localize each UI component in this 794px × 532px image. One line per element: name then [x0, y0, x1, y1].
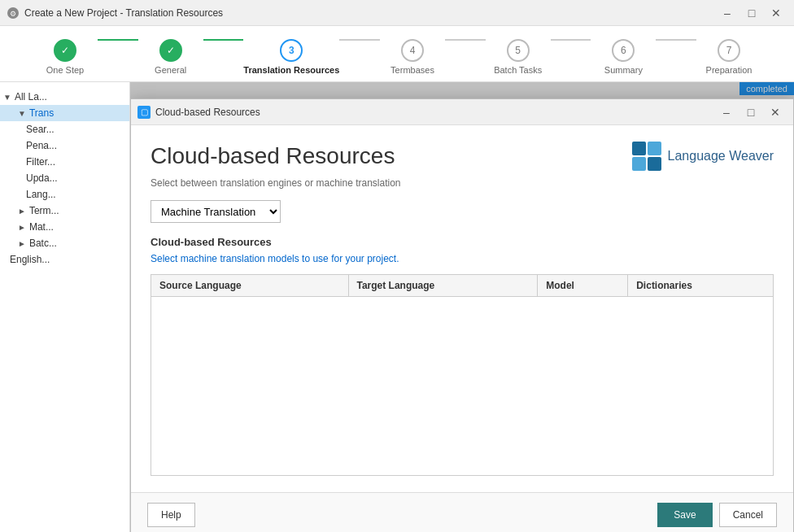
- connector-4-5: [445, 39, 486, 41]
- section-desc-link: machine translation: [181, 253, 265, 264]
- modal-title-text: Cloud-based Resources: [155, 107, 260, 118]
- language-weaver-logo-icon: [632, 142, 661, 171]
- sidebar-item-penalties[interactable]: Pena...: [0, 137, 129, 154]
- table-header-row: Source Language Target Language Model Di…: [151, 275, 774, 297]
- sidebar: ▼ All La... ▼ Trans Sear... Pena... Filt…: [0, 82, 130, 532]
- sidebar-label-batch: Batc...: [29, 238, 57, 249]
- title-bar-left: ⚙ Create a New Project - Translation Res…: [7, 7, 223, 20]
- step-one-step[interactable]: ✓ One Step: [33, 39, 98, 75]
- svg-rect-2: [632, 142, 646, 155]
- window-title: Create a New Project - Translation Resou…: [24, 7, 223, 19]
- sidebar-item-english[interactable]: English...: [0, 251, 129, 268]
- translation-type-select[interactable]: Machine Translation Translation Engine: [151, 200, 281, 223]
- modal-maximize-button[interactable]: □: [739, 102, 762, 122]
- col-source-language: Source Language: [151, 275, 349, 297]
- step-7-circle: 7: [718, 39, 740, 62]
- logo-area: Language Weaver: [632, 142, 774, 171]
- step-translation-resources[interactable]: 3 Translation Resources: [243, 39, 339, 75]
- connector-2-3: [203, 39, 244, 41]
- step-5-circle: 5: [507, 39, 530, 62]
- step-3-label: Translation Resources: [243, 65, 339, 75]
- sidebar-label-penalties: Pena...: [26, 140, 57, 151]
- translation-type-dropdown-row: Machine Translation Translation Engine: [151, 200, 774, 223]
- svg-text:⚙: ⚙: [10, 10, 16, 18]
- sidebar-label-trans: Trans: [29, 107, 54, 119]
- app-icon: ⚙: [7, 7, 20, 20]
- modal-big-title: Cloud-based Resources: [151, 143, 395, 169]
- step-1-circle: ✓: [54, 39, 76, 62]
- step-5-label: Batch Tasks: [494, 65, 542, 75]
- sidebar-label-language: Lang...: [26, 189, 56, 200]
- connector-3-4: [339, 39, 380, 41]
- expand-icon-all: ▼: [3, 93, 11, 102]
- svg-rect-3: [648, 142, 661, 155]
- step-general[interactable]: ✓ General: [138, 39, 203, 75]
- modal-overlay: ▢ Cloud-based Resources – □ ✕: [130, 82, 794, 532]
- step-batch-tasks[interactable]: 5 Batch Tasks: [486, 39, 551, 75]
- sidebar-label-updates: Upda...: [26, 172, 58, 184]
- sidebar-item-filters[interactable]: Filter...: [0, 154, 129, 170]
- sidebar-item-language[interactable]: Lang...: [0, 186, 129, 203]
- svg-rect-4: [632, 157, 646, 171]
- expand-icon-trans: ▼: [18, 109, 26, 118]
- sidebar-item-batch[interactable]: ► Batc...: [0, 235, 129, 251]
- logo-text: Language Weaver: [668, 149, 774, 164]
- section-desc-suffix: models to use for your project.: [265, 253, 399, 264]
- maximize-button[interactable]: □: [740, 3, 763, 23]
- step-6-label: Summary: [604, 65, 643, 75]
- step-7-label: Preparation: [706, 65, 753, 75]
- col-dictionaries: Dictionaries: [628, 275, 774, 297]
- modal-body: Cloud-based Resources Language Weaver: [131, 125, 793, 492]
- main-content: ▼ All La... ▼ Trans Sear... Pena... Filt…: [0, 82, 794, 532]
- sidebar-item-term[interactable]: ► Term...: [0, 203, 129, 219]
- wizard-steps: ✓ One Step ✓ General 3 Translation Resou…: [0, 26, 794, 82]
- resources-table: Source Language Target Language Model Di…: [151, 274, 774, 476]
- step-6-circle: 6: [612, 39, 635, 62]
- col-target-language: Target Language: [348, 275, 538, 297]
- sidebar-label-search: Sear...: [26, 124, 55, 135]
- sidebar-item-updates[interactable]: Upda...: [0, 170, 129, 186]
- cloud-resources-modal: ▢ Cloud-based Resources – □ ✕: [130, 98, 794, 532]
- step-summary[interactable]: 6 Summary: [591, 39, 656, 75]
- save-button[interactable]: Save: [657, 503, 712, 527]
- help-button[interactable]: Help: [147, 503, 195, 527]
- sidebar-label-match: Mat...: [29, 221, 54, 233]
- modal-icon: ▢: [137, 106, 151, 119]
- step-termbases[interactable]: 4 Termbases: [380, 39, 445, 75]
- step-4-circle: 4: [401, 39, 424, 62]
- expand-icon-match: ►: [18, 223, 26, 232]
- expand-icon-batch: ►: [18, 239, 26, 248]
- sidebar-label-term: Term...: [29, 205, 59, 216]
- modal-subtitle: Select between translation engines or ma…: [151, 177, 774, 189]
- modal-controls: – □ ✕: [715, 102, 787, 122]
- connector-1-2: [98, 39, 138, 41]
- sidebar-label-filters: Filter...: [26, 156, 55, 168]
- sidebar-label-english: English...: [10, 254, 50, 265]
- title-bar-controls: – □ ✕: [716, 3, 787, 23]
- svg-rect-5: [648, 157, 661, 171]
- modal-close-button[interactable]: ✕: [764, 102, 787, 122]
- sidebar-item-all-languages[interactable]: ▼ All La...: [0, 89, 129, 105]
- expand-icon-term: ►: [18, 207, 26, 216]
- sidebar-item-search[interactable]: Sear...: [0, 121, 129, 137]
- section-title: Cloud-based Resources: [151, 236, 774, 248]
- connector-6-7: [656, 39, 696, 41]
- table-empty-row: [151, 297, 774, 476]
- footer-right: Save Cancel: [657, 503, 777, 527]
- step-2-label: General: [155, 65, 186, 75]
- sidebar-item-match[interactable]: ► Mat...: [0, 219, 129, 235]
- modal-header-row: Cloud-based Resources Language Weaver: [151, 142, 774, 171]
- step-preparation[interactable]: 7 Preparation: [696, 39, 761, 75]
- close-button[interactable]: ✕: [765, 3, 787, 23]
- step-1-label: One Step: [46, 65, 84, 75]
- step-4-label: Termbases: [390, 65, 434, 75]
- cancel-button[interactable]: Cancel: [719, 503, 777, 527]
- section-desc: Select machine translation models to use…: [151, 253, 774, 264]
- modal-title-bar: ▢ Cloud-based Resources – □ ✕: [131, 99, 793, 125]
- section-desc-prefix: Select: [151, 253, 181, 264]
- sidebar-item-trans[interactable]: ▼ Trans: [0, 105, 129, 121]
- minimize-button[interactable]: –: [716, 3, 739, 23]
- step-2-circle: ✓: [159, 39, 182, 62]
- modal-minimize-button[interactable]: –: [715, 102, 738, 122]
- modal-title-left: ▢ Cloud-based Resources: [137, 106, 260, 119]
